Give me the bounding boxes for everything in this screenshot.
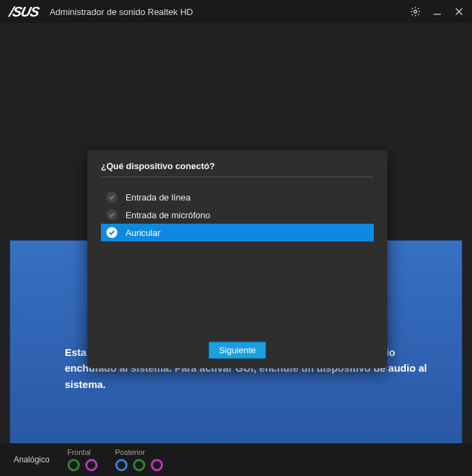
check-icon (106, 227, 117, 238)
asus-logo: /SUS (8, 4, 41, 20)
close-icon[interactable] (453, 5, 465, 18)
option-label: Entrada de línea (126, 192, 190, 203)
option-headphone[interactable]: Auricular (101, 224, 374, 241)
rear-group: Posterior (115, 448, 163, 471)
jack-front-1[interactable] (68, 459, 80, 471)
option-list: Entrada de línea Entrada de micrófono Au… (101, 188, 374, 338)
option-line-in[interactable]: Entrada de línea (101, 188, 374, 206)
analog-label: Analógico (14, 455, 50, 464)
option-label: Auricular (126, 228, 160, 238)
connector-bar: Analógico Frontal Posterior (0, 443, 472, 476)
device-dialog: ¿Qué dispositivo conectó? Entrada de lín… (87, 150, 387, 368)
main-area: Esta página está desactivada ya que no h… (0, 23, 472, 443)
jack-front-2[interactable] (85, 459, 98, 471)
option-label: Entrada de micrófono (126, 210, 210, 220)
option-mic-in[interactable]: Entrada de micrófono (101, 206, 374, 224)
check-icon (106, 209, 117, 220)
jack-rear-2[interactable] (133, 459, 145, 471)
window-title: Administrador de sonido Realtek HD (50, 7, 409, 17)
next-button[interactable]: Siguiente (209, 342, 266, 359)
minimize-icon[interactable] (431, 5, 443, 18)
front-group: Frontal (68, 448, 98, 471)
window-controls (409, 5, 465, 18)
titlebar: /SUS Administrador de sonido Realtek HD (0, 0, 472, 23)
jack-rear-3[interactable] (151, 459, 163, 471)
jack-rear-1[interactable] (115, 459, 128, 471)
check-icon (106, 192, 117, 203)
rear-jacks (115, 459, 163, 471)
front-label: Frontal (68, 448, 98, 456)
svg-point-0 (414, 10, 417, 13)
front-jacks (68, 459, 98, 471)
dialog-title: ¿Qué dispositivo conectó? (101, 161, 374, 177)
rear-label: Posterior (115, 448, 163, 456)
dialog-footer: Siguiente (101, 338, 374, 359)
settings-icon[interactable] (409, 5, 422, 18)
